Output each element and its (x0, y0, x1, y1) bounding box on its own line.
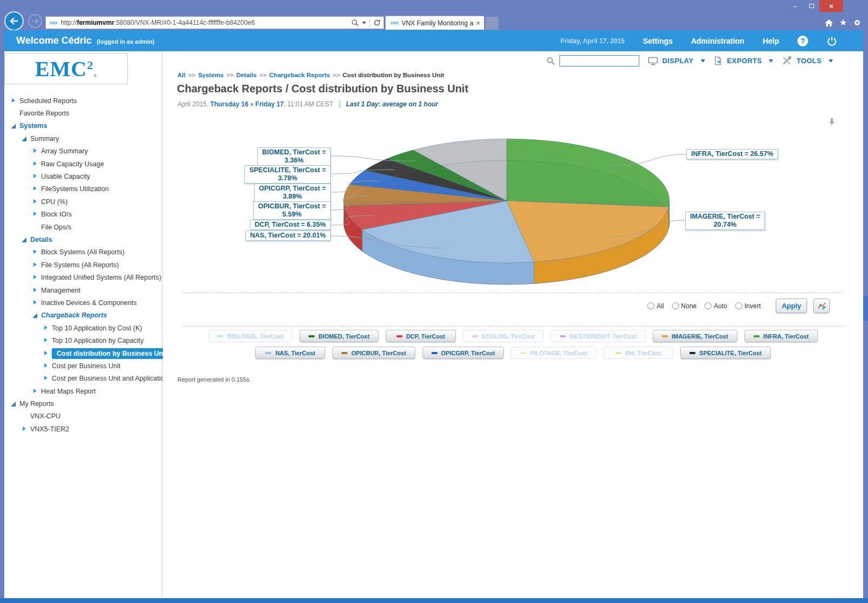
sidebar-item-vnx5-tier2[interactable]: VNX5-TIER2 (4, 423, 162, 435)
tree-collapsed-icon[interactable] (32, 288, 38, 293)
sidebar-item-block-io-s[interactable]: Block IO/s (4, 208, 162, 221)
display-menu[interactable]: DISPLAY (648, 57, 705, 65)
radio-auto[interactable]: Auto (705, 302, 727, 310)
radio-circle-icon[interactable] (705, 302, 712, 309)
tools-menu[interactable]: TOOLS (782, 56, 833, 65)
sidebar-item-raw-capacity-usage[interactable]: Raw Capacity Usage (4, 158, 162, 170)
period-start-link[interactable]: Thursday 16 (210, 100, 249, 108)
tree-expanded-icon[interactable] (11, 123, 16, 128)
tree-expanded-icon[interactable] (32, 313, 38, 318)
sidebar-item-scheduled-reports[interactable]: Scheduled Reports (4, 94, 162, 107)
legend-button-ecolog-tiercost[interactable]: ECOLOG, TierCost (463, 330, 544, 342)
forward-button[interactable] (28, 14, 42, 28)
radio-invert[interactable]: Invert (735, 302, 761, 310)
tree-collapsed-icon[interactable] (32, 148, 38, 154)
sidebar-item-cost-per-business-unit[interactable]: Cost per Business Unit (4, 360, 162, 372)
search-icon[interactable] (351, 19, 359, 26)
legend-button-imagerie-tiercost[interactable]: IMAGERIE, TierCost (653, 330, 737, 342)
tree-collapsed-icon[interactable] (32, 174, 38, 179)
tree-collapsed-icon[interactable] (32, 300, 38, 306)
sidebar-item-top-10-application-by-capacity[interactable]: Top 10 Application by Capacity (4, 334, 162, 347)
pie-slice-infra-tiercost[interactable] (507, 139, 669, 207)
period-end-link[interactable]: Friday 17 (255, 100, 284, 108)
tree-collapsed-icon[interactable] (32, 212, 38, 217)
sidebar-item-array-summary[interactable]: Array Summary (4, 145, 162, 158)
legend-button-rh-tiercost[interactable]: RH, TierCost (603, 347, 673, 359)
radio-all[interactable]: All (647, 302, 664, 310)
settings-gear-icon[interactable] (853, 18, 862, 27)
legend-button-infra-tiercost[interactable]: INFRA, TierCost (744, 330, 818, 342)
tree-collapsed-icon[interactable] (43, 338, 49, 343)
exports-menu[interactable]: EXPORTS (714, 56, 774, 65)
sidebar-item-details[interactable]: Details (4, 233, 162, 246)
breadcrumb-item-systems[interactable]: Systems (198, 72, 223, 78)
sidebar-item-cost-per-business-unit-and-application[interactable]: Cost per Business Unit and Application (4, 372, 162, 385)
legend-button-dcp-tiercost[interactable]: DCP, TierCost (386, 330, 456, 342)
sidebar-item-cost-distribution-by-business-unit[interactable]: Cost distribution by Business Unit (4, 347, 162, 360)
tree-collapsed-icon[interactable] (43, 326, 49, 331)
breadcrumb-item-chargeback-reports[interactable]: Chargeback Reports (269, 72, 330, 78)
legend-button-specialite-tiercost[interactable]: SPECIALITE, TierCost (680, 347, 770, 359)
legend-button-opicgrp-tiercost[interactable]: OPICGRP, TierCost (422, 347, 504, 359)
pin-icon[interactable] (829, 118, 835, 128)
new-tab-button[interactable] (486, 17, 498, 30)
sidebar-item-summary[interactable]: Summary (4, 132, 162, 145)
sidebar-item-inactive-devices-components[interactable]: Inactive Devices & Components (4, 296, 162, 309)
legend-button-pilotage-tiercost[interactable]: PILOTAGE, TierCost (511, 347, 596, 359)
tree-collapsed-icon[interactable] (32, 199, 38, 205)
favorites-star-icon[interactable]: ★ (839, 18, 847, 27)
menu-settings[interactable]: Settings (643, 37, 673, 45)
tree-collapsed-icon[interactable] (32, 262, 38, 268)
tree-collapsed-icon[interactable] (32, 249, 38, 255)
scrollbar-thumb[interactable] (863, 296, 868, 321)
menu-administration[interactable]: Administration (691, 37, 744, 45)
chart-options-button[interactable] (814, 299, 830, 313)
sidebar-item-integrated-unified-systems-all-reports[interactable]: Integrated Unified Systems (All Reports) (4, 271, 162, 283)
logout-power-icon[interactable] (826, 36, 837, 46)
sidebar-item-management[interactable]: Management (4, 284, 162, 296)
back-button[interactable] (4, 11, 24, 31)
sidebar-item-top-10-application-by-cost-k[interactable]: Top 10 Application by Cost (K) (4, 322, 162, 334)
sidebar-item-usable-capacity[interactable]: Usable Capacity (4, 170, 162, 182)
tree-collapsed-icon[interactable] (22, 426, 27, 432)
breadcrumb-item-details[interactable]: Details (236, 72, 257, 78)
sidebar-item-filesystems-utilization[interactable]: FileSystems Utilization (4, 183, 162, 195)
tree-collapsed-icon[interactable] (43, 363, 49, 369)
legend-button-nas-tiercost[interactable]: NAS, TierCost (255, 347, 325, 359)
radio-circle-icon[interactable] (735, 302, 742, 309)
tree-collapsed-icon[interactable] (43, 376, 49, 381)
tree-collapsed-icon[interactable] (32, 389, 38, 394)
sidebar-item-favorite-reports[interactable]: Favorite Reports (4, 107, 162, 119)
caret-down-icon[interactable] (362, 22, 366, 24)
radio-none[interactable]: None (672, 302, 697, 310)
address-bar[interactable]: VNX http://fermiumvmr:58080/VNX-MR/#0-1-… (45, 16, 384, 29)
legend-button-opicbur-tiercost[interactable]: OPICBUR, TierCost (332, 347, 415, 359)
tree-expanded-icon[interactable] (22, 237, 27, 242)
refresh-icon[interactable] (373, 19, 381, 26)
tree-collapsed-icon[interactable] (32, 161, 38, 167)
tab-close-icon[interactable]: × (476, 19, 480, 27)
help-icon[interactable]: ? (797, 36, 808, 46)
home-icon[interactable] (824, 19, 833, 27)
legend-button-gestiondsit-tiercost[interactable]: GESTIONDSIT, TierCost (551, 330, 646, 342)
tree-expanded-icon[interactable] (22, 136, 27, 141)
window-close-button[interactable]: × (819, 0, 843, 12)
tree-collapsed-icon[interactable] (43, 351, 49, 356)
menu-help[interactable]: Help (763, 37, 779, 45)
sidebar-item-block-systems-all-reports[interactable]: Block Systems (All Reports) (4, 246, 162, 259)
sidebar-item-chargeback-reports[interactable]: Chargeback Reports (4, 309, 162, 322)
window-maximize-button[interactable] (803, 0, 819, 12)
tree-collapsed-icon[interactable] (32, 275, 38, 280)
sidebar-item-file-systems-all-reports[interactable]: File Systems (All Reports) (4, 259, 162, 271)
tree-collapsed-icon[interactable] (11, 98, 16, 104)
legend-button-biomed-tiercost[interactable]: BIOMED, TierCost (299, 330, 379, 342)
search-input[interactable] (559, 55, 639, 66)
radio-circle-icon[interactable] (672, 302, 679, 309)
tree-expanded-icon[interactable] (11, 401, 16, 406)
sidebar-item-file-ops-s[interactable]: File Ops/s (4, 221, 162, 233)
legend-button-biologie-tiercost[interactable]: BIOLOGIE, TierCost (208, 330, 292, 342)
sidebar-item-my-reports[interactable]: My Reports (4, 397, 162, 410)
apply-button[interactable]: Apply (776, 299, 807, 313)
window-minimize-button[interactable]: – (787, 0, 803, 12)
sidebar-item-cpu[interactable]: CPU (%) (4, 195, 162, 208)
